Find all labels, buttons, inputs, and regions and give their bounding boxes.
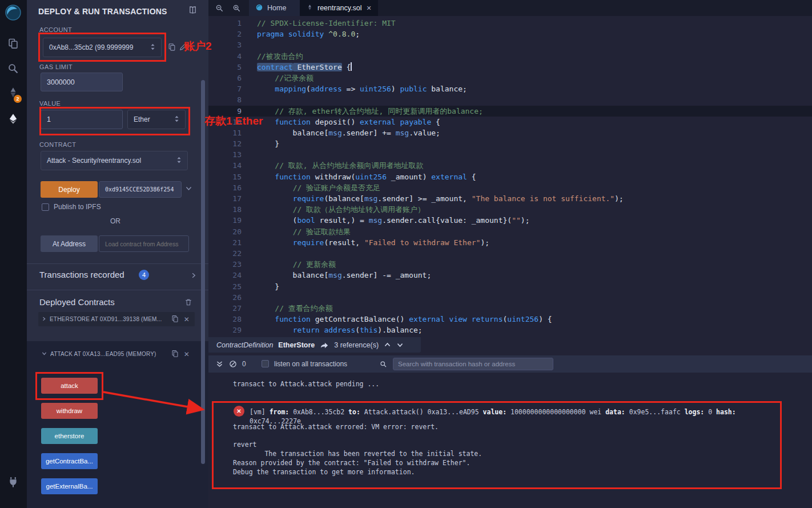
code-token — [257, 227, 293, 236]
edit-account-icon[interactable] — [179, 43, 187, 53]
code-content: // 取款（从合约地址转入调用者账户） — [257, 204, 812, 215]
tab-reentrancy-sol[interactable]: reentrancy.sol ✕ — [300, 0, 378, 16]
deploy-run-icon[interactable] — [7, 113, 20, 126]
value-unit: Ether — [134, 115, 150, 123]
summary-field-value: Attack.attack() 0xa13...eAD95 — [360, 408, 483, 416]
attack-function-button[interactable]: attack — [41, 378, 98, 394]
at-address-input[interactable] — [99, 235, 189, 252]
deploy-button[interactable]: Deploy — [41, 181, 98, 198]
terminal-search-input[interactable] — [393, 358, 553, 370]
listen-transactions-checkbox[interactable] — [262, 360, 269, 367]
error-icon[interactable]: ✕ — [234, 406, 244, 417]
chevron-down-icon[interactable] — [185, 184, 192, 194]
code-token: // 取款, 从合约地址余额向调用者地址取款 — [275, 161, 423, 170]
code-token — [257, 183, 293, 192]
code-editor[interactable]: 1// SPDX-License-Identifier: MIT2pragma … — [208, 16, 812, 355]
trash-icon[interactable] — [184, 298, 192, 309]
deployed-attack-row[interactable]: ATTACK AT 0XA13...EAD95 (MEMORY) ✕ — [38, 347, 195, 361]
references-count[interactable]: 3 reference(s) — [334, 341, 379, 349]
code-content: balance[msg.sender] += msg.value; — [257, 127, 812, 138]
code-content: pragma solidity ^0.8.0; — [257, 29, 812, 39]
etherstore-function-button[interactable]: etherstore — [41, 428, 98, 444]
code-token: ; — [355, 30, 360, 38]
code-token: balance[ — [257, 129, 328, 137]
chevron-down-icon[interactable] — [42, 351, 47, 357]
copy-account-icon[interactable] — [168, 43, 176, 53]
contract-function-buttons: attackwithdrawetherstoregetContractBa...… — [41, 378, 98, 503]
code-token: ); — [614, 194, 624, 203]
code-token: ); — [480, 238, 489, 247]
terminal-output[interactable]: transact to Attack.attack pending ... ✕ … — [208, 373, 812, 508]
chevron-right-icon[interactable] — [42, 316, 46, 322]
code-token: { — [467, 173, 476, 181]
code-token: address — [311, 85, 342, 93]
pending-transaction-line: transact to Attack.attack pending ... — [233, 380, 379, 388]
chevron-right-icon[interactable] — [190, 271, 197, 281]
close-icon[interactable]: ✕ — [184, 315, 190, 323]
at-address-button[interactable]: At Address — [41, 235, 98, 252]
deployed-etherstore-row[interactable]: ETHERSTORE AT 0XD91...39138 (MEM... ✕ — [38, 312, 195, 326]
line-number: 3 — [208, 39, 257, 50]
search-icon[interactable] — [7, 63, 20, 75]
zoom-in-icon[interactable] — [232, 4, 241, 15]
expand-terminal-icon[interactable] — [216, 355, 223, 373]
code-token: contract — [257, 63, 293, 71]
code-token: address — [324, 326, 355, 334]
value-input[interactable] — [41, 110, 123, 129]
stepper-icon — [150, 43, 155, 53]
line-number: 13 — [208, 149, 257, 160]
code-token: ( — [355, 326, 360, 334]
publish-ipfs-checkbox[interactable] — [42, 203, 49, 211]
chevron-down-icon[interactable] — [396, 341, 404, 349]
value-unit-select[interactable]: Ether — [127, 110, 186, 129]
line-number: 22 — [208, 248, 257, 259]
code-line: 11 balance[msg.sender] += msg.value; — [208, 127, 812, 138]
code-token: msg — [364, 194, 377, 203]
go-to-definition-icon[interactable] — [320, 341, 329, 349]
account-select[interactable]: 0xAb8...35cb2 (99.9999999 — [43, 38, 162, 57]
tab-home[interactable]: Home — [249, 0, 300, 16]
getExternalBa-function-button[interactable]: getExternalBa... — [41, 478, 98, 494]
context-node-type: ContractDefinition — [216, 341, 273, 349]
line-number: 2 — [208, 29, 257, 39]
code-token: .sender] -= _amount; — [342, 271, 432, 279]
copy-address-icon[interactable] — [171, 315, 179, 323]
getContractBa-function-button[interactable]: getContractBa... — [41, 453, 98, 469]
book-icon[interactable] — [188, 6, 197, 17]
code-token — [257, 107, 275, 115]
file-explorer-icon[interactable] — [7, 38, 20, 50]
line-number: 18 — [208, 204, 257, 215]
line-number: 20 — [208, 226, 257, 237]
close-tab-icon[interactable]: ✕ — [367, 5, 372, 12]
code-line: 16 // 验证账户余额是否充足 — [208, 182, 812, 193]
clear-console-icon[interactable] — [229, 355, 237, 373]
code-token — [257, 315, 275, 323]
close-icon[interactable]: ✕ — [184, 350, 190, 358]
deploy-address-input[interactable] — [99, 181, 182, 198]
copy-address-icon[interactable] — [171, 350, 179, 358]
code-content: } — [257, 138, 812, 149]
withdraw-function-button[interactable]: withdraw — [41, 403, 98, 419]
tab-label: Home — [267, 4, 286, 12]
text-cursor — [351, 62, 352, 71]
code-line: 22 — [208, 248, 812, 259]
remix-logo-icon[interactable] — [4, 3, 22, 24]
chevron-up-icon[interactable] — [384, 341, 391, 349]
code-token: uint256 — [507, 315, 538, 323]
gas-limit-input[interactable] — [41, 73, 123, 91]
plugin-manager-icon[interactable] — [7, 476, 20, 489]
attack-contract-block: ATTACK AT 0XA13...EAD95 (MEMORY) ✕ attac… — [27, 341, 208, 508]
contract-select[interactable]: Attack - Security/reentrancy.sol — [41, 151, 188, 170]
code-content — [257, 94, 812, 105]
code-token: solidity — [288, 30, 324, 38]
code-token: .sender] >= _amount, — [377, 194, 471, 203]
summary-field-label: value: — [483, 408, 507, 416]
code-content: require(balance[msg.sender] >= _amount, … — [257, 193, 812, 204]
account-value: 0xAb8...35cb2 (99.9999999 — [49, 43, 133, 51]
code-line: 9 // 存款, ether转入合约地址, 同时更新调用者的balance; — [208, 106, 812, 117]
code-content — [257, 292, 812, 303]
panel-scrollbar[interactable] — [201, 80, 205, 464]
code-content: balance[msg.sender] -= _amount; — [257, 270, 812, 281]
zoom-out-icon[interactable] — [215, 4, 224, 15]
code-token: .value; — [409, 129, 440, 137]
